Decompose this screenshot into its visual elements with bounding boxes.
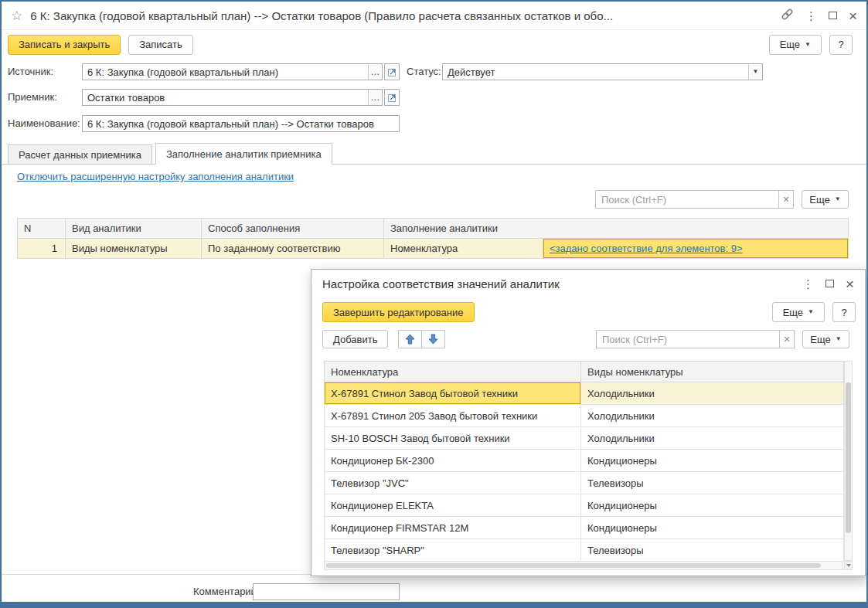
window-menu-icon[interactable]: ⋮ (805, 10, 817, 22)
close-icon[interactable]: × (849, 8, 857, 23)
source-open-button[interactable] (384, 63, 400, 80)
window-more-button[interactable]: Еще ▼ (769, 35, 822, 55)
comment-field (253, 583, 400, 600)
cell-mapping[interactable]: <задано соответствие для элементов: 9> (543, 239, 849, 259)
cell-item-kind[interactable]: Кондиционеры (581, 494, 844, 517)
mapping-row[interactable]: Х-67891 Стинол 205 Завод бытовой техники… (325, 405, 844, 427)
vertical-scrollbar[interactable] (844, 361, 853, 561)
save-button[interactable]: Записать (128, 35, 193, 55)
cell-item[interactable]: Кондиционер ELEKTA (325, 494, 581, 517)
column-header-method[interactable]: Способ заполнения (202, 219, 384, 239)
horizontal-scrollbar-thumb[interactable] (326, 563, 821, 568)
source-input[interactable] (83, 64, 368, 80)
maximize-icon[interactable] (829, 12, 837, 19)
cell-item-kind[interactable]: Кондиционеры (581, 517, 844, 539)
mapping-dialog: Настройка соответствия значений аналитик… (311, 269, 866, 576)
caret-down-icon: ▼ (835, 196, 841, 202)
mapping-table-header: Номенклатура Виды номенклатуры (325, 362, 844, 382)
favorite-star-icon[interactable]: ☆ (11, 9, 22, 22)
comment-input[interactable] (254, 584, 399, 600)
column-header-fill[interactable]: Заполнение аналитики (384, 219, 849, 239)
comment-label: Комментарий: (193, 583, 260, 600)
move-buttons-group (398, 330, 445, 348)
receiver-choose-button[interactable]: … (368, 90, 382, 105)
cell-item[interactable]: Х-67891 Стинол Завод бытовой техники (325, 382, 581, 405)
dialog-title: Настройка соответствия значений аналитик (322, 277, 802, 290)
name-input[interactable] (83, 116, 399, 131)
mapping-link[interactable]: <задано соответствие для элементов: 9> (550, 243, 743, 254)
dialog-menu-icon[interactable]: ⋮ (802, 278, 814, 290)
dialog-search-field (596, 330, 780, 348)
analytics-search-clear-button[interactable]: × (778, 190, 794, 209)
mapping-row[interactable]: Телевизор "JVC" Телевизоры (325, 472, 844, 494)
scroll-down-button[interactable] (844, 561, 853, 570)
source-field: … (82, 63, 383, 80)
more-label: Еще (780, 39, 800, 50)
more-label: Еще (810, 334, 830, 345)
cell-item-kind[interactable]: Кондиционеры (581, 450, 844, 472)
name-field (82, 115, 400, 132)
dialog-search-input[interactable] (597, 331, 779, 348)
horizontal-scrollbar[interactable] (324, 561, 843, 570)
cell-item-kind[interactable]: Телевизоры (581, 472, 844, 494)
mapping-row[interactable]: Х-67891 Стинол Завод бытовой техники Хол… (325, 382, 844, 405)
mapping-row[interactable]: Кондиционер ELEKTA Кондиционеры (325, 494, 844, 517)
column-header-item[interactable]: Номенклатура (325, 362, 581, 382)
caret-down-icon: ▼ (808, 309, 814, 315)
dialog-help-button[interactable]: ? (832, 302, 856, 322)
move-down-button[interactable] (421, 330, 445, 348)
cell-fill-method[interactable]: По заданному соответствию (202, 239, 384, 259)
cell-item[interactable]: Кондиционер FIRMSTAR 12M (325, 517, 581, 539)
vertical-scrollbar-thumb[interactable] (846, 382, 851, 533)
command-bar: Записать и закрыть Записать Еще ▼ ? (8, 34, 853, 55)
cell-row-number[interactable]: 1 (18, 239, 66, 259)
tabstrip: Расчет данных приемника Заполнение анали… (2, 143, 866, 165)
dialog-search-clear-button[interactable]: × (779, 330, 795, 348)
dialog-maximize-icon[interactable] (825, 280, 834, 287)
dialog-close-icon[interactable]: × (846, 277, 854, 291)
analytics-more-button[interactable]: Еще ▼ (802, 190, 849, 209)
caret-down-icon: ▼ (836, 336, 842, 342)
mapping-row[interactable]: Кондиционер FIRMSTAR 12M Кондиционеры (325, 517, 844, 539)
column-header-item-kind[interactable]: Виды номенклатуры (581, 362, 844, 382)
tab-calc-data[interactable]: Расчет данных приемника (8, 144, 152, 165)
status-combobox: ▼ (442, 63, 763, 80)
tab-fill-analytics[interactable]: Заполнение аналитик приемника (155, 143, 332, 165)
add-button[interactable]: Добавить (322, 330, 388, 348)
more-label: Еще (809, 194, 829, 205)
status-input[interactable] (443, 64, 748, 80)
finish-editing-button[interactable]: Завершить редактирование (322, 302, 475, 322)
cell-analytics-kind[interactable]: Виды номенклатуры (66, 239, 202, 259)
disable-advanced-setup-link[interactable]: Отключить расширенную настройку заполнен… (17, 171, 294, 182)
mapping-row[interactable]: SH-10 BOSCH Завод бытовой техники Холоди… (325, 427, 844, 450)
receiver-open-button[interactable] (384, 89, 400, 106)
dialog-table-more-button[interactable]: Еще ▼ (802, 330, 849, 348)
analytics-search-input[interactable] (596, 191, 778, 208)
cell-item-kind[interactable]: Холодильники (581, 382, 844, 405)
cell-item[interactable]: Кондиционер БК-2300 (325, 450, 581, 472)
cell-item-kind[interactable]: Холодильники (581, 427, 844, 450)
source-choose-button[interactable]: … (368, 64, 382, 80)
mapping-row[interactable]: Кондиционер БК-2300 Кондиционеры (325, 450, 844, 472)
cell-item-kind[interactable]: Холодильники (581, 405, 844, 427)
analytics-table-row[interactable]: 1 Виды номенклатуры По заданному соответ… (18, 239, 849, 259)
cell-item[interactable]: SH-10 BOSCH Завод бытовой техники (325, 427, 581, 450)
cell-item-kind[interactable]: Телевизоры (581, 539, 844, 562)
help-button[interactable]: ? (829, 35, 853, 55)
cell-item[interactable]: Х-67891 Стинол 205 Завод бытовой техники (325, 405, 581, 427)
analytics-table-header: N Вид аналитики Способ заполнения Заполн… (18, 219, 849, 239)
move-up-button[interactable] (398, 330, 422, 348)
status-dropdown-button[interactable]: ▼ (748, 64, 762, 80)
analytics-search-field (595, 190, 779, 209)
cell-item[interactable]: Телевизор "JVC" (325, 472, 581, 494)
column-header-n[interactable]: N (18, 219, 66, 239)
mapping-row[interactable]: Телевизор "SHARP" Телевизоры (325, 539, 844, 562)
column-header-kind[interactable]: Вид аналитики (66, 219, 202, 239)
analytics-table: N Вид аналитики Способ заполнения Заполн… (17, 218, 849, 259)
cell-fill-value[interactable]: Номенклатура (384, 239, 543, 259)
save-and-close-button[interactable]: Записать и закрыть (8, 35, 121, 55)
receiver-input[interactable] (83, 90, 368, 105)
dialog-more-button[interactable]: Еще ▼ (772, 302, 825, 322)
get-link-icon[interactable] (781, 8, 794, 23)
cell-item[interactable]: Телевизор "SHARP" (325, 539, 581, 562)
